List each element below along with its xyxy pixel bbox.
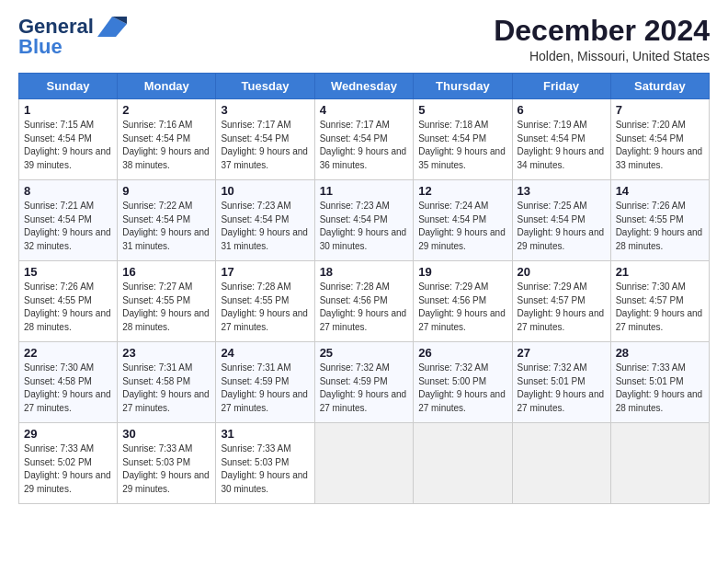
calendar-week-row: 15 Sunrise: 7:26 AMSunset: 4:55 PMDaylig… xyxy=(19,261,710,342)
col-friday: Friday xyxy=(512,74,610,99)
col-saturday: Saturday xyxy=(610,74,709,99)
calendar-day-cell: 15 Sunrise: 7:26 AMSunset: 4:55 PMDaylig… xyxy=(19,261,118,342)
calendar-day-cell: 9 Sunrise: 7:22 AMSunset: 4:54 PMDayligh… xyxy=(118,180,216,261)
day-info: Sunrise: 7:29 AMSunset: 4:56 PMDaylight:… xyxy=(418,282,506,332)
day-info: Sunrise: 7:30 AMSunset: 4:58 PMDaylight:… xyxy=(24,362,111,413)
day-number: 1 xyxy=(24,103,112,117)
calendar-week-row: 29 Sunrise: 7:33 AMSunset: 5:02 PMDaylig… xyxy=(19,423,710,504)
calendar-day-cell: 18 Sunrise: 7:28 AMSunset: 4:56 PMDaylig… xyxy=(314,261,414,342)
day-info: Sunrise: 7:28 AMSunset: 4:56 PMDaylight:… xyxy=(320,282,407,332)
calendar-header-row: Sunday Monday Tuesday Wednesday Thursday… xyxy=(19,74,710,99)
day-number: 29 xyxy=(24,427,112,441)
day-number: 20 xyxy=(518,265,606,279)
day-info: Sunrise: 7:22 AMSunset: 4:54 PMDaylight:… xyxy=(122,201,210,251)
calendar-day-cell: 30 Sunrise: 7:33 AMSunset: 5:03 PMDaylig… xyxy=(118,423,216,504)
day-info: Sunrise: 7:33 AMSunset: 5:02 PMDaylight:… xyxy=(24,443,111,494)
calendar-day-cell: 24 Sunrise: 7:31 AMSunset: 4:59 PMDaylig… xyxy=(216,342,314,423)
day-number: 24 xyxy=(221,346,309,360)
calendar-day-cell: 5 Sunrise: 7:18 AMSunset: 4:54 PMDayligh… xyxy=(414,99,512,180)
page: General Blue December 2024 Holden, Misso… xyxy=(0,0,728,563)
day-info: Sunrise: 7:29 AMSunset: 4:57 PMDaylight:… xyxy=(518,282,605,332)
day-number: 6 xyxy=(518,103,606,117)
col-wednesday: Wednesday xyxy=(314,74,414,99)
calendar-day-cell xyxy=(314,423,414,504)
col-thursday: Thursday xyxy=(414,74,512,99)
day-info: Sunrise: 7:24 AMSunset: 4:54 PMDaylight:… xyxy=(418,201,506,251)
day-number: 14 xyxy=(616,184,704,198)
day-info: Sunrise: 7:18 AMSunset: 4:54 PMDaylight:… xyxy=(418,120,506,170)
day-number: 19 xyxy=(418,265,506,279)
day-number: 5 xyxy=(418,103,506,117)
title-block: December 2024 Holden, Missouri, United S… xyxy=(494,15,710,63)
day-info: Sunrise: 7:27 AMSunset: 4:55 PMDaylight:… xyxy=(122,282,210,332)
day-number: 3 xyxy=(221,103,309,117)
day-info: Sunrise: 7:17 AMSunset: 4:54 PMDaylight:… xyxy=(320,120,407,170)
day-info: Sunrise: 7:26 AMSunset: 4:55 PMDaylight:… xyxy=(24,282,111,332)
calendar-day-cell: 31 Sunrise: 7:33 AMSunset: 5:03 PMDaylig… xyxy=(216,423,314,504)
calendar-day-cell: 13 Sunrise: 7:25 AMSunset: 4:54 PMDaylig… xyxy=(512,180,610,261)
col-monday: Monday xyxy=(118,74,216,99)
day-info: Sunrise: 7:32 AMSunset: 5:00 PMDaylight:… xyxy=(418,362,506,413)
logo: General Blue xyxy=(18,15,127,59)
day-number: 11 xyxy=(320,184,409,198)
calendar-day-cell: 21 Sunrise: 7:30 AMSunset: 4:57 PMDaylig… xyxy=(610,261,709,342)
calendar-week-row: 8 Sunrise: 7:21 AMSunset: 4:54 PMDayligh… xyxy=(19,180,710,261)
calendar-day-cell: 27 Sunrise: 7:32 AMSunset: 5:01 PMDaylig… xyxy=(512,342,610,423)
day-info: Sunrise: 7:20 AMSunset: 4:54 PMDaylight:… xyxy=(616,120,703,170)
day-info: Sunrise: 7:30 AMSunset: 4:57 PMDaylight:… xyxy=(616,282,703,332)
day-number: 4 xyxy=(320,103,409,117)
day-number: 8 xyxy=(24,184,112,198)
day-info: Sunrise: 7:21 AMSunset: 4:54 PMDaylight:… xyxy=(24,201,111,251)
day-info: Sunrise: 7:19 AMSunset: 4:54 PMDaylight:… xyxy=(518,120,605,170)
day-info: Sunrise: 7:32 AMSunset: 5:01 PMDaylight:… xyxy=(518,362,605,413)
day-number: 18 xyxy=(320,265,409,279)
logo-blue: Blue xyxy=(18,35,63,59)
day-info: Sunrise: 7:16 AMSunset: 4:54 PMDaylight:… xyxy=(122,120,210,170)
day-info: Sunrise: 7:32 AMSunset: 4:59 PMDaylight:… xyxy=(320,362,407,413)
calendar-day-cell: 28 Sunrise: 7:33 AMSunset: 5:01 PMDaylig… xyxy=(610,342,709,423)
calendar-day-cell: 29 Sunrise: 7:33 AMSunset: 5:02 PMDaylig… xyxy=(19,423,118,504)
day-number: 12 xyxy=(418,184,506,198)
day-info: Sunrise: 7:23 AMSunset: 4:54 PMDaylight:… xyxy=(221,201,308,251)
calendar-day-cell: 25 Sunrise: 7:32 AMSunset: 4:59 PMDaylig… xyxy=(314,342,414,423)
day-info: Sunrise: 7:31 AMSunset: 4:58 PMDaylight:… xyxy=(122,362,210,413)
day-number: 21 xyxy=(616,265,704,279)
day-number: 9 xyxy=(122,184,210,198)
calendar-day-cell: 6 Sunrise: 7:19 AMSunset: 4:54 PMDayligh… xyxy=(512,99,610,180)
day-info: Sunrise: 7:25 AMSunset: 4:54 PMDaylight:… xyxy=(518,201,605,251)
col-sunday: Sunday xyxy=(19,74,118,99)
day-info: Sunrise: 7:31 AMSunset: 4:59 PMDaylight:… xyxy=(221,362,308,413)
day-info: Sunrise: 7:28 AMSunset: 4:55 PMDaylight:… xyxy=(221,282,308,332)
day-number: 16 xyxy=(122,265,210,279)
day-number: 10 xyxy=(221,184,309,198)
calendar-day-cell: 7 Sunrise: 7:20 AMSunset: 4:54 PMDayligh… xyxy=(610,99,709,180)
logo-icon xyxy=(97,17,127,37)
calendar-day-cell xyxy=(414,423,512,504)
month-title: December 2024 xyxy=(494,15,710,47)
calendar-day-cell: 26 Sunrise: 7:32 AMSunset: 5:00 PMDaylig… xyxy=(414,342,512,423)
calendar-day-cell: 14 Sunrise: 7:26 AMSunset: 4:55 PMDaylig… xyxy=(610,180,709,261)
day-number: 22 xyxy=(24,346,112,360)
calendar-day-cell xyxy=(610,423,709,504)
calendar-day-cell: 19 Sunrise: 7:29 AMSunset: 4:56 PMDaylig… xyxy=(414,261,512,342)
day-number: 28 xyxy=(616,346,704,360)
calendar-day-cell: 16 Sunrise: 7:27 AMSunset: 4:55 PMDaylig… xyxy=(118,261,216,342)
calendar-day-cell: 11 Sunrise: 7:23 AMSunset: 4:54 PMDaylig… xyxy=(314,180,414,261)
calendar-week-row: 1 Sunrise: 7:15 AMSunset: 4:54 PMDayligh… xyxy=(19,99,710,180)
calendar-day-cell: 1 Sunrise: 7:15 AMSunset: 4:54 PMDayligh… xyxy=(19,99,118,180)
day-info: Sunrise: 7:33 AMSunset: 5:03 PMDaylight:… xyxy=(122,443,210,494)
day-info: Sunrise: 7:17 AMSunset: 4:54 PMDaylight:… xyxy=(221,120,308,170)
day-info: Sunrise: 7:26 AMSunset: 4:55 PMDaylight:… xyxy=(616,201,703,251)
calendar-day-cell xyxy=(512,423,610,504)
day-info: Sunrise: 7:23 AMSunset: 4:54 PMDaylight:… xyxy=(320,201,407,251)
calendar-day-cell: 2 Sunrise: 7:16 AMSunset: 4:54 PMDayligh… xyxy=(118,99,216,180)
header: General Blue December 2024 Holden, Misso… xyxy=(18,15,710,63)
day-number: 25 xyxy=(320,346,409,360)
day-number: 26 xyxy=(418,346,506,360)
calendar-day-cell: 17 Sunrise: 7:28 AMSunset: 4:55 PMDaylig… xyxy=(216,261,314,342)
day-number: 2 xyxy=(122,103,210,117)
day-number: 23 xyxy=(122,346,210,360)
calendar-day-cell: 22 Sunrise: 7:30 AMSunset: 4:58 PMDaylig… xyxy=(19,342,118,423)
day-number: 7 xyxy=(616,103,704,117)
calendar-day-cell: 4 Sunrise: 7:17 AMSunset: 4:54 PMDayligh… xyxy=(314,99,414,180)
